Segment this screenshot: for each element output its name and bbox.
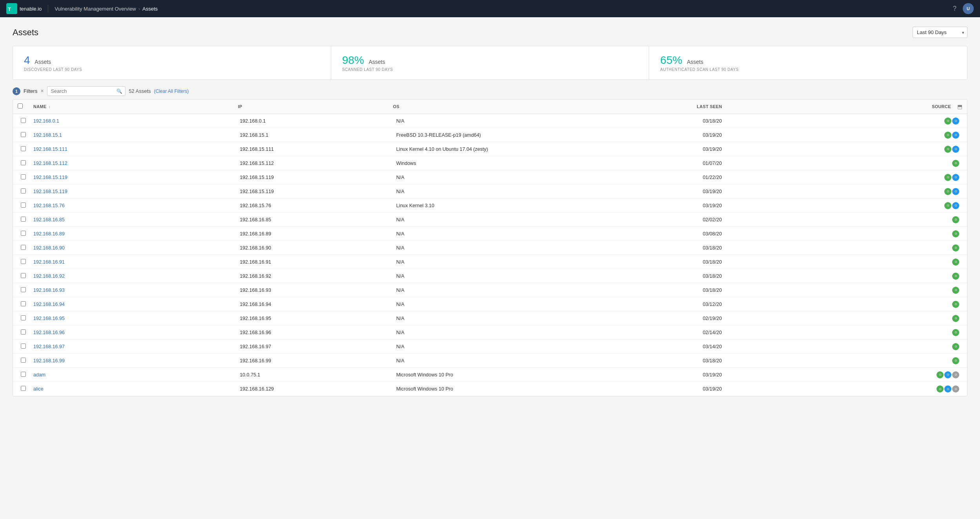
cell-source: ⊙⊙ [856, 185, 962, 198]
cell-ip: 192.168.16.96 [237, 327, 393, 338]
row-checkbox[interactable] [21, 146, 26, 151]
cell-name[interactable]: 192.168.16.91 [30, 257, 237, 268]
cell-ip: 10.0.75.1 [237, 369, 393, 380]
cell-lastseen: 03/18/20 [700, 271, 856, 282]
cell-name[interactable]: 192.168.15.119 [30, 186, 237, 197]
cell-name[interactable]: 192.168.16.93 [30, 285, 237, 296]
help-icon[interactable]: ? [953, 5, 956, 12]
source-icon-grey: ⊙ [952, 385, 959, 392]
source-icons: ⊙⊙ [859, 202, 959, 209]
filter-close-icon[interactable]: ✕ [40, 89, 44, 94]
filter-search-wrapper: 🔍 [47, 86, 125, 96]
date-filter-select[interactable]: Last 90 DaysLast 30 DaysLast 7 DaysAll T… [913, 27, 967, 38]
cell-ip: 192.168.16.91 [237, 257, 393, 268]
cell-lastseen: 03/19/20 [700, 200, 856, 211]
cell-name[interactable]: 192.168.16.85 [30, 214, 237, 225]
clear-all-filters-link[interactable]: (Clear All Filters) [154, 89, 189, 94]
stat-card-authenticated: 65% Assets AUTHENTICATED SCAN LAST 90 DA… [649, 46, 967, 80]
cell-name[interactable]: 192.168.15.76 [30, 200, 237, 211]
source-icon-green: ⊙ [952, 160, 959, 167]
row-checkbox[interactable] [21, 372, 26, 377]
row-checkbox[interactable] [21, 273, 26, 278]
cell-source: ⊙⊙⊙ [856, 369, 962, 381]
cell-ip: 192.168.15.1 [237, 130, 393, 141]
cell-name[interactable]: alice [30, 383, 237, 394]
table-row: 192.168.16.92 192.168.16.92 N/A 03/18/20… [13, 269, 967, 283]
row-checkbox[interactable] [21, 287, 26, 292]
source-icons: ⊙⊙ [859, 132, 959, 139]
cell-source: ⊙ [856, 340, 962, 353]
cell-ip: 192.168.15.111 [237, 144, 393, 155]
cell-os: Linux Kernel 4.10 on Ubuntu 17.04 (zesty… [393, 144, 700, 155]
source-icon-green: ⊙ [944, 174, 951, 181]
search-input[interactable] [51, 88, 116, 94]
source-icon-blue: ⊙ [952, 174, 959, 181]
row-checkbox[interactable] [21, 259, 26, 264]
cell-name[interactable]: 192.168.16.96 [30, 327, 237, 338]
cell-name[interactable]: 192.168.16.89 [30, 228, 237, 239]
row-checkbox[interactable] [21, 118, 26, 123]
cell-lastseen: 03/14/20 [700, 341, 856, 352]
row-checkbox[interactable] [21, 245, 26, 250]
logo-text: tenable.io [20, 6, 42, 12]
cell-name[interactable]: 192.168.16.90 [30, 242, 237, 253]
cell-os: Microsoft Windows 10 Pro [393, 383, 700, 394]
avatar[interactable]: U [963, 3, 974, 14]
source-icons: ⊙⊙⊙ [859, 385, 959, 392]
table-row: 192.168.16.95 192.168.16.95 N/A 02/19/20… [13, 311, 967, 326]
cell-name[interactable]: 192.168.16.99 [30, 355, 237, 366]
stat-label-authenticated: Assets [687, 59, 703, 65]
cell-name[interactable]: 192.168.15.112 [30, 158, 237, 169]
row-checkbox[interactable] [21, 231, 26, 236]
column-header-name[interactable]: NAME ↕ [30, 100, 235, 113]
source-icons: ⊙ [859, 357, 959, 364]
cell-name[interactable]: 192.168.16.95 [30, 313, 237, 324]
row-checkbox[interactable] [21, 301, 26, 306]
export-icon[interactable]: ⬒ [954, 99, 962, 114]
breadcrumb-parent[interactable]: Vulnerability Management Overview [54, 6, 136, 12]
source-icon-green: ⊙ [944, 146, 951, 153]
row-check-col [18, 341, 30, 353]
cell-os: N/A [393, 242, 700, 253]
row-checkbox[interactable] [21, 132, 26, 137]
cell-os: N/A [393, 257, 700, 268]
row-checkbox[interactable] [21, 358, 26, 363]
select-all-checkbox[interactable] [18, 103, 23, 109]
source-icon-green: ⊙ [952, 230, 959, 237]
cell-name[interactable]: 192.168.16.97 [30, 341, 237, 352]
table-row: 192.168.16.91 192.168.16.91 N/A 03/18/20… [13, 255, 967, 269]
cell-name[interactable]: 192.168.15.111 [30, 144, 237, 155]
top-navigation: T tenable.io Vulnerability Management Ov… [0, 0, 980, 17]
row-check-col [18, 369, 30, 381]
table-row: 192.168.16.99 192.168.16.99 N/A 03/18/20… [13, 354, 967, 368]
table-row: alice 192.168.16.129 Microsoft Windows 1… [13, 382, 967, 396]
cell-name[interactable]: 192.168.15.119 [30, 172, 237, 183]
stat-number-discovered: 4 [24, 54, 30, 66]
row-checkbox[interactable] [21, 160, 26, 165]
row-checkbox[interactable] [21, 344, 26, 349]
row-checkbox[interactable] [21, 217, 26, 222]
source-icon-green: ⊙ [952, 301, 959, 308]
cell-name[interactable]: adam [30, 369, 237, 380]
row-checkbox[interactable] [21, 174, 26, 179]
row-checkbox[interactable] [21, 188, 26, 193]
cell-name[interactable]: 192.168.0.1 [30, 116, 237, 127]
source-icons: ⊙ [859, 216, 959, 223]
search-icon: 🔍 [116, 89, 122, 94]
cell-name[interactable]: 192.168.15.1 [30, 130, 237, 141]
row-checkbox[interactable] [21, 315, 26, 320]
row-checkbox[interactable] [21, 329, 26, 335]
row-checkbox[interactable] [21, 203, 26, 208]
table-row: 192.168.16.97 192.168.16.97 N/A 03/14/20… [13, 340, 967, 354]
source-icon-green: ⊙ [952, 315, 959, 322]
cell-name[interactable]: 192.168.16.94 [30, 299, 237, 310]
cell-ip: 192.168.15.112 [237, 158, 393, 169]
logo[interactable]: T tenable.io [6, 3, 42, 14]
cell-name[interactable]: 192.168.16.92 [30, 271, 237, 282]
row-check-col [18, 228, 30, 240]
source-icon-green: ⊙ [944, 188, 951, 195]
cell-source: ⊙⊙ [856, 129, 962, 141]
cell-ip: 192.168.15.119 [237, 172, 393, 183]
row-checkbox[interactable] [21, 386, 26, 391]
cell-source: ⊙ [856, 312, 962, 325]
